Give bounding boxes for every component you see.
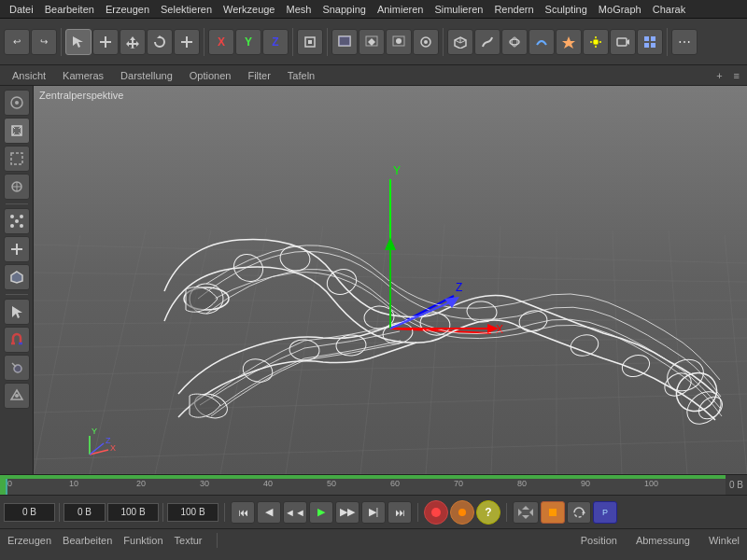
frame-end-input[interactable] [107, 503, 159, 522]
sep3 [224, 503, 225, 522]
menu-charak[interactable]: Charak [647, 3, 691, 16]
help-button[interactable]: ? [476, 500, 500, 525]
go-start-button[interactable]: ⏮ [231, 501, 255, 524]
navigate-icon [9, 95, 24, 110]
play-button[interactable]: ▶ [309, 501, 333, 524]
menu-animieren[interactable]: Animieren [372, 3, 430, 16]
tab-darstellung[interactable]: Darstellung [112, 67, 181, 84]
move-button[interactable] [120, 29, 146, 55]
view-tabs: Ansicht Kameras Darstellung Optionen Fil… [0, 65, 747, 86]
rotate-button[interactable] [147, 29, 173, 55]
svg-rect-42 [11, 153, 22, 164]
toolbar-mode-group [65, 29, 200, 55]
sep [59, 503, 60, 522]
left-btn-model[interactable] [4, 118, 30, 144]
view-menu-btn[interactable]: ≡ [730, 70, 743, 81]
left-btn-select[interactable] [4, 299, 30, 325]
next-frame-button[interactable]: ▶| [361, 501, 386, 524]
left-btn-polygons[interactable] [4, 264, 30, 290]
menu-simulieren[interactable]: Simulieren [429, 3, 488, 16]
square-btn-1[interactable] [541, 501, 565, 524]
model-icon [9, 123, 24, 138]
undo-button[interactable]: ↩ [4, 29, 30, 55]
record-button[interactable] [424, 500, 448, 525]
magnet-icon [9, 332, 24, 347]
create-button[interactable] [92, 29, 119, 55]
menu-werkzeuge[interactable]: Werkzeuge [218, 3, 280, 16]
left-btn-navigate[interactable] [4, 90, 30, 116]
frame-start-input[interactable] [63, 503, 106, 522]
menu-rendern[interactable]: Rendern [488, 3, 539, 16]
effector-button[interactable] [556, 29, 582, 55]
nurbs-button[interactable] [501, 29, 528, 55]
bottom-funktion[interactable]: Funktion [123, 535, 162, 546]
spline-button[interactable] [474, 29, 500, 55]
render-region-button[interactable] [331, 29, 358, 55]
tick-70: 70 [454, 479, 463, 488]
left-btn-axis[interactable] [4, 174, 30, 200]
left-btn-paint[interactable] [4, 355, 30, 381]
nav-arrows-button[interactable] [513, 501, 539, 524]
next-play-button[interactable]: ▶▶ [335, 501, 359, 524]
view-expand-btn[interactable]: + [712, 70, 726, 81]
render-settings-button[interactable] [413, 29, 439, 55]
left-btn-points[interactable] [4, 208, 30, 234]
left-btn-texture[interactable] [4, 146, 30, 172]
svg-marker-127 [529, 509, 533, 516]
y-axis-button[interactable]: Y [235, 29, 261, 55]
z-axis-button[interactable]: Z [262, 29, 289, 55]
loop-button[interactable] [567, 501, 591, 524]
light-button[interactable] [583, 29, 609, 55]
svg-line-20 [460, 40, 466, 43]
bottom-bearbeiten[interactable]: Bearbeiten [63, 535, 112, 546]
camera-button[interactable] [610, 29, 636, 55]
left-btn-edges[interactable] [4, 236, 30, 262]
bottom-abmessung[interactable]: Abmessung [636, 535, 690, 546]
timeline-inner[interactable]: 0 10 20 30 40 50 60 70 80 90 100 [6, 475, 726, 496]
tick-30: 30 [200, 479, 209, 488]
transport-bar: ⏮ ◀ ◄◄ ▶ ▶▶ ▶| ⏭ ? P [0, 495, 747, 528]
left-btn-magnet[interactable] [4, 327, 30, 353]
left-btn-3d-nav[interactable] [4, 383, 30, 409]
bottom-left-section: Erzeugen Bearbeiten Funktion Textur [7, 535, 202, 546]
bottom-position[interactable]: Position [581, 535, 617, 546]
menu-mograph[interactable]: MoGraph [593, 3, 647, 16]
go-end-button[interactable]: ⏭ [388, 501, 412, 524]
viewport[interactable]: Zentralperspektive [34, 86, 747, 474]
3d-nav-icon [9, 388, 24, 403]
menu-selektieren[interactable]: Selektieren [155, 3, 218, 16]
render-button[interactable] [386, 29, 412, 55]
prev-play-button[interactable]: ◄◄ [283, 501, 307, 524]
prev-frame-button[interactable]: ◀ [257, 501, 281, 524]
menu-snapping[interactable]: Snapping [317, 3, 372, 16]
tab-optionen[interactable]: Optionen [181, 67, 240, 84]
tab-tafeln[interactable]: Tafeln [279, 67, 323, 84]
tab-ansicht[interactable]: Ansicht [4, 67, 54, 84]
scene-object-button[interactable] [637, 29, 663, 55]
render-view-button[interactable] [359, 29, 385, 55]
cube-button[interactable] [447, 29, 473, 55]
x-axis-button[interactable]: X [208, 29, 234, 55]
menu-bearbeiten[interactable]: Bearbeiten [39, 3, 100, 16]
blue-square-btn[interactable]: P [593, 501, 617, 524]
deformer-button[interactable] [529, 29, 555, 55]
keyframe-button[interactable] [450, 500, 474, 525]
bottom-textur[interactable]: Textur [175, 535, 203, 546]
toolbar-objects-group [447, 29, 663, 55]
menu-datei[interactable]: Datei [4, 3, 39, 16]
more-button[interactable]: ⋯ [671, 29, 698, 55]
bottom-winkel[interactable]: Winkel [709, 535, 740, 546]
timeline-end-label: 0 B [726, 480, 747, 490]
menu-sculpting[interactable]: Sculpting [540, 3, 593, 16]
frame-current-input[interactable] [4, 503, 55, 522]
menu-mesh[interactable]: Mesh [280, 3, 317, 16]
snap-button[interactable] [297, 29, 323, 55]
redo-button[interactable]: ↪ [31, 29, 57, 55]
tab-kameras[interactable]: Kameras [54, 67, 112, 84]
frame-total-input[interactable] [167, 503, 218, 522]
scale-button[interactable] [174, 29, 200, 55]
select-tool-button[interactable] [65, 29, 92, 55]
tab-filter[interactable]: Filter [239, 67, 278, 84]
bottom-erzeugen[interactable]: Erzeugen [7, 535, 51, 546]
menu-erzeugen[interactable]: Erzeugen [100, 3, 155, 16]
